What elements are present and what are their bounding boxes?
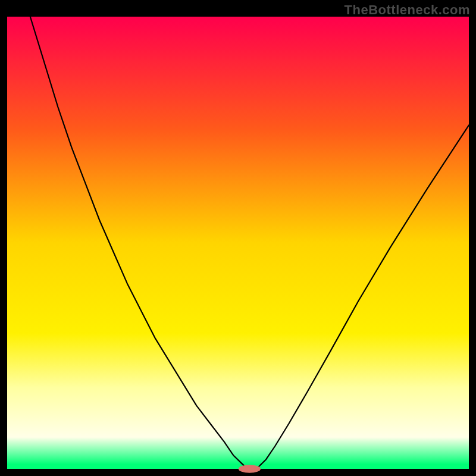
- bottleneck-chart: [0, 0, 476, 476]
- chart-frame: TheBottleneck.com: [0, 0, 476, 476]
- gradient-background: [7, 17, 469, 469]
- optimal-marker: [239, 465, 261, 473]
- watermark-text: TheBottleneck.com: [345, 2, 470, 18]
